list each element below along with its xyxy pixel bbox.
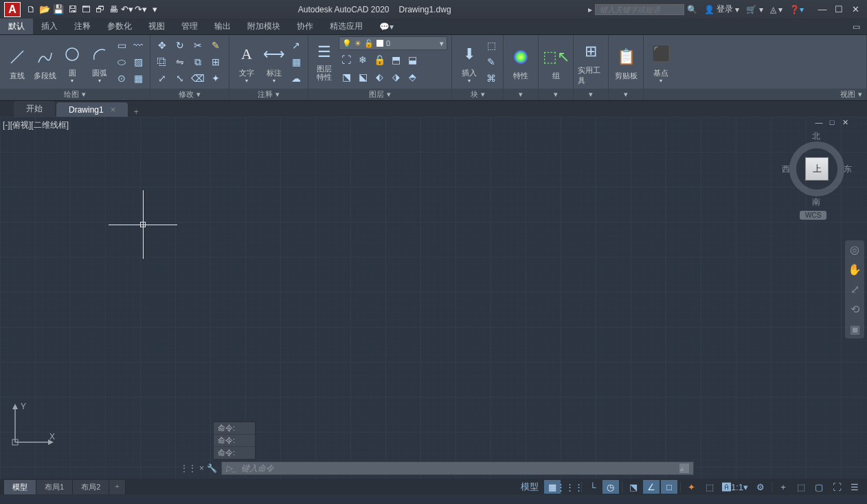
- tab-view[interactable]: 视图: [140, 19, 173, 34]
- layer-uniso-icon[interactable]: ⬕: [355, 69, 370, 84]
- tab-addins[interactable]: 附加模块: [239, 19, 289, 34]
- group-button[interactable]: ⬚↖组: [543, 37, 569, 87]
- search-arrow-icon[interactable]: ▸: [588, 5, 592, 14]
- leader-icon[interactable]: ↗: [289, 38, 304, 53]
- viewport-close-icon[interactable]: ✕: [840, 118, 851, 128]
- rectangle-icon[interactable]: ▭: [114, 38, 129, 53]
- layer-dropdown[interactable]: 💡 ☀ 🔓 0 ▾: [339, 36, 447, 50]
- tab-annotate[interactable]: 注释: [66, 19, 99, 34]
- layer-iso-icon[interactable]: ⬔: [339, 69, 354, 84]
- layer-freeze-icon[interactable]: ❄: [355, 52, 370, 67]
- zoom-extents-icon[interactable]: ⤢: [851, 283, 859, 296]
- clipboard-button[interactable]: 📋剪贴板: [613, 37, 639, 87]
- properties-button[interactable]: 特性: [508, 37, 534, 87]
- orbit-icon[interactable]: ⟲: [851, 303, 859, 316]
- fillet-icon[interactable]: ✎: [208, 38, 223, 53]
- layer-walk-icon[interactable]: ⬗: [388, 69, 403, 84]
- lineweight-toggle-icon[interactable]: ✦: [684, 480, 700, 494]
- showmotion-icon[interactable]: ▣: [850, 323, 860, 336]
- edit-block-icon[interactable]: ✎: [484, 54, 499, 69]
- offset-icon[interactable]: ⧉: [190, 54, 205, 69]
- maximize-button[interactable]: ☐: [831, 3, 846, 16]
- ellipse-icon[interactable]: ⬭: [114, 54, 129, 69]
- layer-state-icon[interactable]: ⬘: [405, 69, 420, 84]
- viewcube-west[interactable]: 西: [782, 163, 790, 175]
- workspace-switch-icon[interactable]: ⚙: [752, 480, 769, 494]
- search-input[interactable]: [595, 4, 684, 15]
- qat-customize-icon[interactable]: ▾: [148, 3, 161, 16]
- polar-toggle-icon[interactable]: ◷: [603, 480, 619, 494]
- arc-button[interactable]: 圆弧▼: [87, 37, 113, 87]
- command-line[interactable]: ▷_ 键入命令 ▴: [221, 461, 694, 475]
- pan-icon[interactable]: ✋: [848, 263, 862, 276]
- osnap-toggle-icon[interactable]: ∠: [643, 480, 660, 494]
- attribute-icon[interactable]: ⌘: [484, 71, 499, 86]
- tab-overflow-icon[interactable]: 💬▾: [371, 19, 402, 34]
- move-icon[interactable]: ✥: [155, 38, 170, 53]
- trim-icon[interactable]: ✂: [190, 38, 205, 53]
- layer-lock-icon[interactable]: 🔒: [372, 52, 387, 67]
- search-icon[interactable]: 🔍: [687, 5, 697, 14]
- close-button[interactable]: ✕: [848, 3, 863, 16]
- undo-icon[interactable]: ↶▾: [121, 3, 133, 16]
- viewport-maximize-icon[interactable]: □: [826, 118, 837, 128]
- cmdline-grip-icon[interactable]: ⋮⋮: [180, 463, 196, 473]
- help-icon[interactable]: ❓▾: [789, 5, 804, 14]
- spline-icon[interactable]: 〰: [131, 38, 146, 53]
- ortho-toggle-icon[interactable]: └: [585, 480, 601, 494]
- tab-parametric[interactable]: 参数化: [99, 19, 140, 34]
- layer-prev-icon[interactable]: ⬖: [372, 69, 387, 84]
- close-tab-icon[interactable]: ×: [111, 104, 116, 115]
- stretch-icon[interactable]: ⤢: [155, 71, 170, 86]
- cmdline-customize-icon[interactable]: 🔧: [207, 463, 217, 473]
- save-icon[interactable]: 💾: [52, 3, 65, 16]
- clean-screen-icon[interactable]: ⛶: [829, 480, 845, 494]
- start-tab[interactable]: 开始: [14, 101, 55, 117]
- anno-monitor-icon[interactable]: +: [775, 480, 791, 494]
- viewport-minimize-icon[interactable]: —: [813, 118, 824, 128]
- table-icon[interactable]: ▦: [289, 54, 304, 69]
- cart-icon[interactable]: 🛒 ▾: [746, 5, 763, 14]
- wcs-label[interactable]: WCS: [800, 211, 826, 220]
- line-button[interactable]: 直线: [4, 37, 30, 87]
- erase-icon[interactable]: ⌫: [190, 71, 205, 86]
- anno-scale-button[interactable]: 🅰 1:1▾: [719, 480, 751, 494]
- layout1-tab[interactable]: 布局1: [36, 480, 73, 494]
- transparency-toggle-icon[interactable]: ⬚: [701, 480, 718, 494]
- tab-output[interactable]: 输出: [206, 19, 239, 34]
- base-view-button[interactable]: ⬛基点▼: [648, 37, 674, 87]
- viewcube-south[interactable]: 南: [812, 196, 820, 208]
- viewcube-east[interactable]: 东: [844, 163, 852, 175]
- open-web-icon[interactable]: 🗔: [80, 3, 92, 16]
- layer-match-icon[interactable]: ⬓: [405, 52, 420, 67]
- add-layout-button[interactable]: +: [109, 480, 125, 494]
- model-tab[interactable]: 模型: [4, 480, 36, 494]
- viewport-label[interactable]: [-][俯视][二维线框]: [3, 119, 69, 131]
- point-icon[interactable]: ⊙: [114, 71, 129, 86]
- model-space-button[interactable]: 模型: [517, 480, 543, 494]
- viewcube[interactable]: 上 北 西 东 南 WCS: [786, 130, 848, 220]
- explode-icon[interactable]: ✦: [208, 71, 223, 86]
- layer-make-current-icon[interactable]: ⬒: [388, 52, 403, 67]
- app-menu-icon[interactable]: A: [4, 2, 21, 17]
- tab-manage[interactable]: 管理: [173, 19, 206, 34]
- insert-block-button[interactable]: ⬇插入▼: [456, 37, 482, 87]
- cmdline-close-icon[interactable]: ×: [199, 463, 204, 473]
- mirror-icon[interactable]: ⇋: [172, 54, 188, 69]
- hatch-icon[interactable]: ▨: [131, 54, 146, 69]
- save-web-icon[interactable]: 🗗: [93, 3, 106, 16]
- circle-button[interactable]: 圆▼: [59, 37, 85, 87]
- isolate-icon[interactable]: ⬚: [793, 480, 809, 494]
- drawing-tab[interactable]: Drawing1×: [56, 102, 128, 117]
- region-icon[interactable]: ▦: [131, 71, 146, 86]
- customize-status-icon[interactable]: ☰: [846, 480, 863, 494]
- steering-wheel-icon[interactable]: ◎: [850, 243, 859, 256]
- scale-icon[interactable]: ⤡: [172, 71, 188, 86]
- plot-icon[interactable]: 🖶: [107, 3, 120, 16]
- minimize-button[interactable]: —: [815, 3, 830, 16]
- login-button[interactable]: 👤 登录 ▾: [704, 3, 739, 15]
- isodraft-icon[interactable]: ⬔: [625, 480, 642, 494]
- utilities-button[interactable]: ⊞实用工具: [578, 37, 604, 87]
- layer-properties-button[interactable]: ☰图层 特性: [313, 40, 336, 81]
- dimension-button[interactable]: ⟷标注▼: [261, 37, 287, 87]
